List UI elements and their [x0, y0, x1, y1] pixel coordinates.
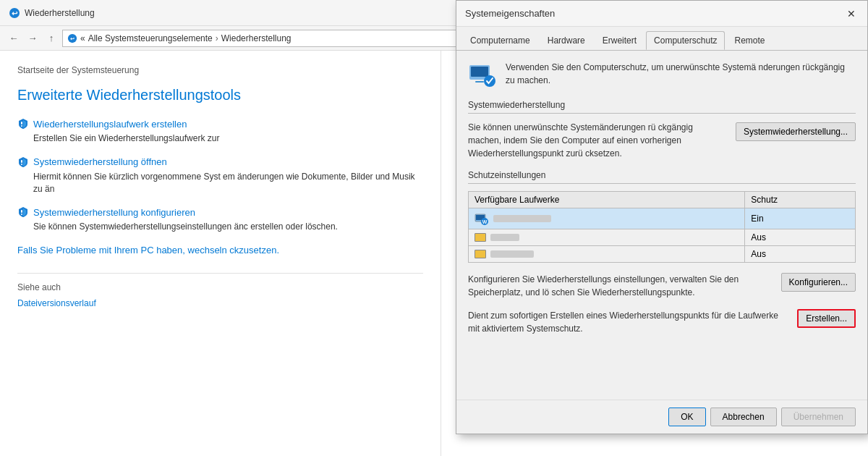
dialog-header-section: Verwenden Sie den Computerschutz, um une…	[468, 61, 856, 90]
drive-name-3	[490, 250, 534, 258]
tool-link-2[interactable]: Systemwiederherstellung öffnen	[17, 156, 423, 168]
left-panel: Startseite der Systemsteuerung Erweitert…	[0, 51, 441, 456]
sys-restore-text: Sie können unerwünschte Systemänderungen…	[468, 121, 728, 160]
drive-status-3: Aus	[745, 246, 856, 263]
tool-desc-3: Sie können Systemwiederherstellungseinst…	[17, 221, 423, 233]
tool-link-1[interactable]: Wiederherstellungslaufwerk erstellen	[17, 118, 423, 130]
apply-button[interactable]: Übernehmen	[781, 408, 856, 426]
config-text: Konfigurieren Sie Wiederherstellungs ein…	[468, 273, 774, 299]
up-button[interactable]: ↑	[43, 30, 59, 46]
col-drives: Verfügbare Laufwerke	[469, 192, 745, 208]
config-section: Konfigurieren Sie Wiederherstellungs ein…	[468, 273, 856, 299]
page-title: Erweiterte Wiederherstellungstools	[17, 87, 423, 104]
drive-cell-1: W	[469, 208, 745, 229]
configure-button[interactable]: Konfigurieren...	[781, 273, 856, 292]
tool-desc-2: Hiermit können Sie kürzlich vorgenommene…	[17, 171, 423, 195]
system-restore-label: Systemwiederherstellung	[468, 100, 856, 110]
problem-link[interactable]: Falls Sie Probleme mit Ihrem PC haben, w…	[17, 245, 423, 256]
system-restore-section: Systemwiederherstellung Sie können unerw…	[468, 100, 856, 160]
sidebar-link[interactable]: Startseite der Systemsteuerung	[17, 65, 423, 75]
ok-button[interactable]: OK	[668, 408, 705, 426]
title-bar-icon: ↩	[9, 7, 20, 19]
shield-icon-3	[17, 206, 29, 218]
svg-text:↩: ↩	[12, 9, 18, 17]
address-folder-icon: ↩	[67, 33, 77, 43]
drive-icon-3	[475, 250, 486, 258]
tool-item-3: Systemwiederherstellung konfigurieren Si…	[17, 206, 423, 233]
dialog-content: Verwenden Sie den Computerschutz, um une…	[456, 51, 867, 400]
drives-table: Verfügbare Laufwerke Schutz	[468, 191, 856, 263]
svg-rect-13	[475, 81, 484, 83]
drive-row-2[interactable]: Aus	[469, 229, 856, 246]
title-bar-text: Wiederherstellung	[25, 8, 95, 18]
drive-row-1[interactable]: W Ein	[469, 208, 856, 229]
drive-status-1: Ein	[745, 208, 856, 229]
see-also: Siehe auch Dateiversionsverlauf	[17, 273, 423, 308]
svg-rect-4	[21, 122, 22, 124]
svg-text:↩: ↩	[70, 35, 75, 41]
create-button[interactable]: Erstellen...	[797, 309, 856, 328]
explorer-window: ↩ Wiederherstellung ← → ↑ ↩ « Alle Syste…	[0, 0, 868, 456]
tool-item-1: Wiederherstellungslaufwerk erstellen Ers…	[17, 118, 423, 145]
drive-status-2: Aus	[745, 229, 856, 246]
svg-rect-11	[471, 67, 488, 77]
address-part3: Wiederherstellung	[221, 33, 292, 43]
drive-icon-cell-1: W	[475, 211, 739, 226]
tool-title-1: Wiederherstellungslaufwerk erstellen	[33, 119, 187, 130]
create-section: Dient zum sofortigen Erstellen eines Wie…	[468, 309, 856, 335]
shield-icon-2	[17, 156, 29, 168]
drive-cell-3	[469, 246, 745, 263]
back-button[interactable]: ←	[6, 30, 22, 46]
svg-rect-6	[21, 160, 22, 163]
see-also-link[interactable]: Dateiversionsverlauf	[17, 298, 96, 308]
tool-item-2: Systemwiederherstellung öffnen Hiermit k…	[17, 156, 423, 195]
system-drive-icon: W	[475, 211, 489, 226]
svg-rect-5	[21, 125, 22, 127]
protection-label: Schutzeinstellungen	[468, 170, 856, 180]
col-protection: Schutz	[745, 192, 856, 208]
protection-section: Schutzeinstellungen Verfügbare Laufwerke…	[468, 170, 856, 263]
address-part1: «	[80, 33, 85, 43]
divider-2	[468, 183, 856, 184]
svg-rect-9	[21, 214, 22, 215]
dialog-footer: OK Abbrechen Übernehmen	[456, 400, 867, 434]
tool-title-3: Systemwiederherstellung konfigurieren	[33, 207, 195, 218]
drive-name-1	[493, 215, 551, 222]
tool-title-2: Systemwiederherstellung öffnen	[33, 156, 167, 167]
drive-name-2	[490, 234, 519, 241]
tool-desc-1: Erstellen Sie ein Wiederherstellungslauf…	[17, 132, 423, 145]
svg-rect-8	[21, 210, 22, 213]
drive-icon-2	[475, 233, 486, 242]
divider-1	[468, 113, 856, 114]
sys-restore-button[interactable]: Systemwiederherstellung...	[736, 122, 856, 141]
dialog-header-text: Verwenden Sie den Computerschutz, um une…	[506, 61, 856, 90]
system-properties-dialog: Systemeigenschaften ✕ Computername Hardw…	[456, 51, 868, 434]
address-part2: Alle Systemsteuerungselemente	[88, 33, 213, 43]
main-content: Startseite der Systemsteuerung Erweitert…	[0, 51, 868, 456]
see-also-title: Siehe auch	[17, 282, 423, 292]
drive-icon-cell-3	[475, 250, 739, 258]
sys-restore-content: Sie können unerwünschte Systemänderungen…	[468, 121, 856, 160]
drive-icon-cell-2	[475, 233, 739, 242]
drive-cell-2	[469, 229, 745, 246]
tool-link-3[interactable]: Systemwiederherstellung konfigurieren	[17, 206, 423, 218]
address-sep: ›	[216, 33, 218, 43]
forward-button[interactable]: →	[25, 30, 41, 46]
cancel-button[interactable]: Abbrechen	[710, 408, 777, 426]
shield-icon-1	[17, 118, 29, 130]
svg-text:W: W	[482, 219, 488, 224]
drive-row-3[interactable]: Aus	[469, 246, 856, 263]
create-text: Dient zum sofortigen Erstellen eines Wie…	[468, 309, 790, 335]
dialog-shield-icon	[468, 61, 497, 90]
svg-rect-7	[21, 164, 22, 165]
